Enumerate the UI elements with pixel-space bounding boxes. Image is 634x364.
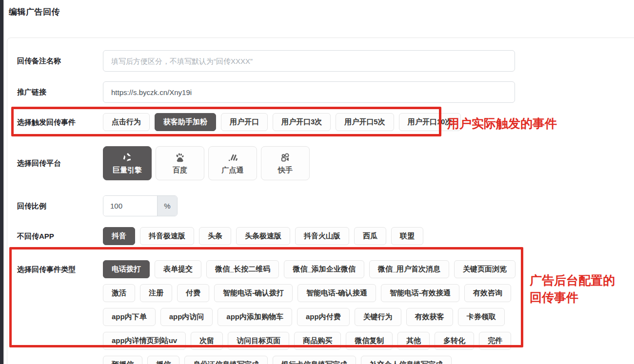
platform-option-0[interactable]: 巨量引擎 xyxy=(103,146,152,180)
event-type-option-r3-1[interactable]: 次留 xyxy=(191,332,223,350)
remark-input[interactable] xyxy=(103,50,515,72)
option-label: 次留 xyxy=(199,336,214,345)
option-label: app内访问 xyxy=(169,312,204,322)
option-label: 用户开口 xyxy=(230,117,259,127)
event-type-option-r3-6[interactable]: 多转化 xyxy=(435,332,474,350)
event-type-option-r2-5[interactable]: 有效获客 xyxy=(406,308,453,326)
trigger-option-group: 点击行为获客助手加粉用户开口用户开口3次用户开口5次用户开口10次 xyxy=(103,113,461,131)
event-type-option-r1-3[interactable]: 智能电话-确认拨打 xyxy=(214,284,293,302)
option-label: 表单提交 xyxy=(163,265,193,274)
event-type-option-r4-1[interactable]: 授信 xyxy=(147,356,179,364)
event-type-option-r4-2[interactable]: 身份证信息填写完成 xyxy=(184,356,268,364)
option-label: 访问目标页面 xyxy=(237,336,280,345)
page: 编辑广告回传 回传备注名称 推广链接 选择触发回传事件 点击行为获客助手加粉用户… xyxy=(0,0,634,364)
option-label: 激活 xyxy=(112,288,126,298)
form-row-trigger: 选择触发回传事件 点击行为获客助手加粉用户开口用户开口3次用户开口5次用户开口1… xyxy=(17,113,634,131)
event-type-row-2: app内下单app内访问app内添加购物车app内付费关键行为有效获客卡券领取 xyxy=(103,308,515,326)
exclude-app-option-4[interactable]: 抖音火山版 xyxy=(295,227,349,245)
option-label: 补交个人信息填写完成 xyxy=(370,360,443,364)
ratio-input-group: % xyxy=(103,195,178,216)
exclude-app-label: 不回传APP xyxy=(17,231,103,241)
event-type-option-r0-4[interactable]: 微信_用户首次消息 xyxy=(369,260,449,278)
event-type-option-r1-5[interactable]: 智能电话-有效接通 xyxy=(381,284,459,302)
ocean-engine-icon xyxy=(122,152,133,163)
event-type-option-r3-2[interactable]: 访问目标页面 xyxy=(228,332,289,350)
ratio-label: 回传比例 xyxy=(17,201,103,211)
event-type-row-1: 激活注册付费智能电话-确认拨打智能电话-确认接通智能电话-有效接通有效咨询 xyxy=(103,284,515,302)
option-label: 微信_添加企业微信 xyxy=(293,265,355,274)
kuaishou-icon xyxy=(280,152,291,163)
option-label: 关键页面浏览 xyxy=(463,265,507,274)
event-type-option-r3-5[interactable]: 其他 xyxy=(397,332,430,350)
event-type-option-r2-2[interactable]: app内添加购物车 xyxy=(218,308,292,326)
event-type-option-r4-4[interactable]: 补交个人信息填写完成 xyxy=(361,356,452,364)
event-type-option-r0-3[interactable]: 微信_添加企业微信 xyxy=(284,260,364,278)
trigger-option-3[interactable]: 用户开口3次 xyxy=(273,113,331,131)
trigger-label: 选择触发回传事件 xyxy=(17,117,103,127)
exclude-app-option-5[interactable]: 西瓜 xyxy=(354,227,386,245)
exclude-app-option-6[interactable]: 联盟 xyxy=(391,227,423,245)
option-label: 用户开口10次 xyxy=(408,117,453,127)
option-label: 巨量引擎 xyxy=(113,166,142,175)
exclude-app-option-group: 抖音抖音极速版头条头条极速版抖音火山版西瓜联盟 xyxy=(103,227,423,245)
platform-option-2[interactable]: 广点通 xyxy=(208,146,257,180)
exclude-app-option-2[interactable]: 头条 xyxy=(199,227,231,245)
event-type-option-r3-0[interactable]: app内详情页到站uv xyxy=(103,332,186,350)
event-type-option-r2-1[interactable]: app内访问 xyxy=(160,308,213,326)
event-type-option-r3-4[interactable]: 微信复制 xyxy=(346,332,393,350)
link-input[interactable] xyxy=(103,81,515,103)
event-type-option-r3-3[interactable]: 商品购买 xyxy=(294,332,341,350)
option-label: 电话拨打 xyxy=(112,265,141,274)
form-row-exclude-app: 不回传APP 抖音抖音极速版头条头条极速版抖音火山版西瓜联盟 xyxy=(17,227,634,245)
option-label: 微信_用户首次消息 xyxy=(378,265,440,274)
trigger-option-4[interactable]: 用户开口5次 xyxy=(336,113,394,131)
option-label: 多转化 xyxy=(443,336,465,345)
form-row-remark: 回传备注名称 xyxy=(17,50,634,72)
event-type-option-r2-6[interactable]: 卡券领取 xyxy=(458,308,505,326)
option-label: 广点通 xyxy=(222,166,244,175)
trigger-option-1[interactable]: 获客助手加粉 xyxy=(155,113,216,131)
exclude-app-option-3[interactable]: 头条极速版 xyxy=(236,227,290,245)
ratio-input[interactable] xyxy=(103,196,157,216)
event-type-option-r3-7[interactable]: 完件 xyxy=(479,332,511,350)
event-type-option-r1-2[interactable]: 付费 xyxy=(177,284,209,302)
form-row-platform: 选择回传平台 巨量引擎百度广点通快手 xyxy=(17,146,634,180)
event-type-option-r4-0[interactable]: 预授信 xyxy=(103,356,142,364)
option-label: 有效咨询 xyxy=(473,288,502,298)
option-label: 微信复制 xyxy=(355,336,384,345)
option-label: 授信 xyxy=(156,360,171,364)
trigger-option-2[interactable]: 用户开口 xyxy=(221,113,268,131)
platform-option-3[interactable]: 快手 xyxy=(261,146,310,180)
trigger-option-0[interactable]: 点击行为 xyxy=(103,113,150,131)
option-label: 获客助手加粉 xyxy=(163,117,207,127)
baidu-paw-icon xyxy=(175,152,185,163)
event-type-option-r2-4[interactable]: 关键行为 xyxy=(355,308,401,326)
option-label: 注册 xyxy=(149,288,163,298)
option-label: 身份证信息填写完成 xyxy=(193,360,259,364)
link-label: 推广链接 xyxy=(17,87,103,97)
option-label: 用户开口5次 xyxy=(344,117,385,127)
event-type-row-0: 电话拨打表单提交微信_长按二维码微信_添加企业微信微信_用户首次消息关键页面浏览 xyxy=(103,260,515,278)
option-label: 抖音极速版 xyxy=(149,231,185,241)
event-type-option-r1-4[interactable]: 智能电话-确认接通 xyxy=(297,284,376,302)
guangdiantong-icon xyxy=(227,152,238,163)
exclude-app-option-1[interactable]: 抖音极速版 xyxy=(140,227,194,245)
exclude-app-option-0[interactable]: 抖音 xyxy=(103,227,135,245)
event-type-option-r0-0[interactable]: 电话拨打 xyxy=(103,260,150,278)
event-type-option-r4-3[interactable]: 银行卡信息填写完成 xyxy=(273,356,356,364)
event-type-option-r0-2[interactable]: 微信_长按二维码 xyxy=(206,260,279,278)
event-type-option-r2-3[interactable]: app内付费 xyxy=(297,308,350,326)
option-label: 抖音火山版 xyxy=(304,231,340,241)
event-type-option-r1-6[interactable]: 有效咨询 xyxy=(464,284,511,302)
event-type-option-r1-1[interactable]: 注册 xyxy=(140,284,172,302)
platform-option-1[interactable]: 百度 xyxy=(156,146,204,180)
event-type-option-r0-1[interactable]: 表单提交 xyxy=(155,260,201,278)
option-label: 点击行为 xyxy=(112,117,141,127)
option-label: app内下单 xyxy=(112,312,147,322)
event-type-option-r0-5[interactable]: 关键页面浏览 xyxy=(454,260,515,278)
event-type-option-r2-0[interactable]: app内下单 xyxy=(103,308,156,326)
event-type-option-r1-0[interactable]: 激活 xyxy=(103,284,135,302)
option-label: 智能电话-确认拨打 xyxy=(223,288,284,298)
page-header: 编辑广告回传 xyxy=(9,6,60,18)
trigger-option-5[interactable]: 用户开口10次 xyxy=(399,113,461,131)
